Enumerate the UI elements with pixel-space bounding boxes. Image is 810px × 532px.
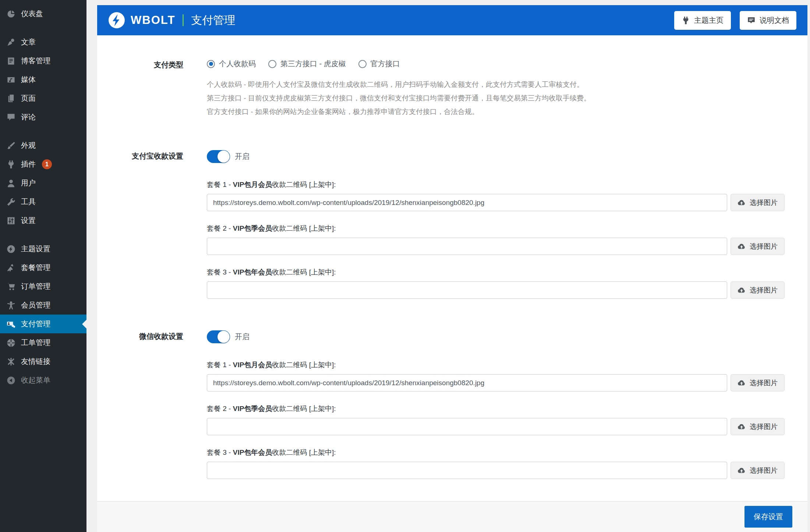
sidebar-item-appearance[interactable]: 外观 xyxy=(0,136,86,155)
sidebar-item-settings[interactable]: 设置 xyxy=(0,211,86,230)
ticket-icon xyxy=(7,338,15,347)
sidebar-item-label: 工单管理 xyxy=(21,338,50,348)
sidebar-item-tools[interactable]: 工具 xyxy=(0,192,86,211)
sidebar-item-label: 外观 xyxy=(21,141,36,150)
choose-image-label: 选择图片 xyxy=(750,285,778,295)
qr-input-row: 选择图片 xyxy=(207,462,785,479)
upload-cloud-icon xyxy=(738,242,746,251)
docs-button[interactable]: 说明文档 xyxy=(740,11,796,30)
qr-url-input[interactable] xyxy=(207,194,727,211)
choose-image-button[interactable]: 选择图片 xyxy=(731,374,785,391)
radio-icon xyxy=(268,60,276,68)
sidebar-item-media[interactable]: 媒体 xyxy=(0,70,86,89)
qr-field-group: 套餐 2 - VIP包季会员收款二维码 [上架中]: xyxy=(207,224,785,255)
card-footer: 保存设置 xyxy=(97,501,807,532)
label-prefix: 套餐 2 - xyxy=(207,405,233,412)
label-plan-name: VIP包年会员 xyxy=(233,268,272,276)
choose-image-label: 选择图片 xyxy=(750,198,778,208)
qr-url-input[interactable] xyxy=(207,462,727,479)
save-settings-button[interactable]: 保存设置 xyxy=(744,506,792,528)
plug-icon xyxy=(682,16,690,25)
qr-url-input[interactable] xyxy=(207,418,727,435)
alipay-toggle-label: 开启 xyxy=(235,152,250,162)
label-suffix: 收款二维码 [上架中]: xyxy=(272,448,336,456)
plugins-icon xyxy=(7,160,15,169)
qr-input-row: 选择图片 xyxy=(207,281,785,299)
payment-type-description: 官方支付接口 - 如果你的网站为企业备案网站，极力推荐申请官方支付接口，合法合规… xyxy=(207,105,785,118)
sidebar-item-label: 工具 xyxy=(21,197,36,207)
label-plan-name: VIP包月会员 xyxy=(233,181,272,188)
payment-type-option[interactable]: 第三方接口 - 虎皮椒 xyxy=(268,59,346,69)
theme-home-label: 主题主页 xyxy=(694,15,724,25)
qr-url-input[interactable] xyxy=(207,238,727,255)
label-prefix: 套餐 1 - xyxy=(207,361,233,369)
member-icon xyxy=(7,301,15,310)
dashboard-icon xyxy=(7,10,15,18)
sidebar-item-label: 订单管理 xyxy=(21,281,50,291)
sidebar-item-payments[interactable]: 支付管理 xyxy=(0,315,86,333)
payment-type-description: 第三方接口 - 目前仅支持虎皮椒第三方支付接口，微信支付和支付宝接口均需要付费开… xyxy=(207,91,785,105)
upload-cloud-icon xyxy=(738,286,746,294)
wechat-section-control: 开启 套餐 1 - VIP包月会员收款二维码 [上架中]: xyxy=(207,330,785,479)
sidebar-item-label: 收起菜单 xyxy=(21,375,50,385)
payment-type-control: 个人收款码 第三方接口 - 虎皮椒 官方接口 个人收款码 - 即使用个 xyxy=(207,59,785,118)
wbolt-icon xyxy=(7,245,15,253)
upload-cloud-icon xyxy=(738,199,746,207)
sidebar-item-label: 设置 xyxy=(21,216,36,226)
sidebar-item-theme-settings[interactable]: 主题设置 xyxy=(0,240,86,258)
sidebar-item-label: 主题设置 xyxy=(21,244,50,254)
sidebar-item-posts[interactable]: 文章 xyxy=(0,33,86,52)
payment-type-option[interactable]: 官方接口 xyxy=(358,59,400,69)
choose-image-button[interactable]: 选择图片 xyxy=(731,281,785,299)
radio-option-label: 个人收款码 xyxy=(219,59,256,69)
collapse-icon xyxy=(7,376,15,385)
sidebar-item-label: 评论 xyxy=(21,112,36,122)
label-prefix: 套餐 3 - xyxy=(207,448,233,456)
payment-type-option[interactable]: 个人收款码 xyxy=(207,59,256,69)
wechat-toggle-row: 开启 xyxy=(207,330,785,343)
sidebar-item-tickets[interactable]: 工单管理 xyxy=(0,333,86,352)
sidebar-item-plans[interactable]: 套餐管理 xyxy=(0,258,86,277)
cart-icon xyxy=(7,282,15,291)
sidebar-item-orders[interactable]: 订单管理 xyxy=(0,277,86,296)
comments-icon xyxy=(7,113,15,122)
alipay-fields: 套餐 1 - VIP包月会员收款二维码 [上架中]: xyxy=(207,180,785,299)
sidebar-item-plugins[interactable]: 插件 1 xyxy=(0,155,86,174)
upload-cloud-icon xyxy=(738,379,746,387)
radio-icon xyxy=(207,60,215,68)
tools-icon xyxy=(7,198,15,206)
sidebar-item-comments[interactable]: 评论 xyxy=(0,108,86,127)
toggle-knob xyxy=(217,331,230,343)
sidebar-item-links[interactable]: 友情链接 xyxy=(0,352,86,371)
choose-image-button[interactable]: 选择图片 xyxy=(731,418,785,435)
sidebar-item-label: 仪表盘 xyxy=(21,9,43,19)
payment-type-description: 个人收款码 - 即使用个人支付宝及微信支付生成收款二维码，用户扫码手动输入金额支… xyxy=(207,78,785,91)
choose-image-button[interactable]: 选择图片 xyxy=(731,194,785,211)
label-suffix: 收款二维码 [上架中]: xyxy=(272,181,336,188)
qr-field-label: 套餐 3 - VIP包年会员收款二维码 [上架中]: xyxy=(207,267,785,277)
sidebar-item-blog[interactable]: 博客管理 xyxy=(0,52,86,70)
qr-field-label: 套餐 2 - VIP包季会员收款二维码 [上架中]: xyxy=(207,404,785,414)
wechat-toggle-label: 开启 xyxy=(235,332,250,342)
sidebar-item-collapse[interactable]: 收起菜单 xyxy=(0,371,86,390)
qr-url-input[interactable] xyxy=(207,281,727,299)
sidebar-item-members[interactable]: 会员管理 xyxy=(0,296,86,315)
media-icon xyxy=(7,75,15,84)
choose-image-label: 选择图片 xyxy=(750,466,778,475)
sidebar-item-users[interactable]: 用户 xyxy=(0,174,86,192)
sidebar-item-label: 页面 xyxy=(21,93,36,103)
choose-image-button[interactable]: 选择图片 xyxy=(731,462,785,479)
theme-home-button[interactable]: 主题主页 xyxy=(674,11,731,30)
alipay-toggle[interactable] xyxy=(207,150,230,163)
pin-icon xyxy=(7,38,15,47)
qr-field-label: 套餐 2 - VIP包季会员收款二维码 [上架中]: xyxy=(207,224,785,233)
page-title: 支付管理 xyxy=(191,13,235,28)
qr-url-input[interactable] xyxy=(207,374,727,391)
qr-input-row: 选择图片 xyxy=(207,238,785,255)
wechat-toggle[interactable] xyxy=(207,330,230,343)
sidebar-item-dashboard[interactable]: 仪表盘 xyxy=(0,4,86,23)
label-suffix: 收款二维码 [上架中]: xyxy=(272,224,336,232)
sidebar-item-pages[interactable]: 页面 xyxy=(0,89,86,108)
choose-image-button[interactable]: 选择图片 xyxy=(731,238,785,255)
title-divider xyxy=(183,14,184,26)
